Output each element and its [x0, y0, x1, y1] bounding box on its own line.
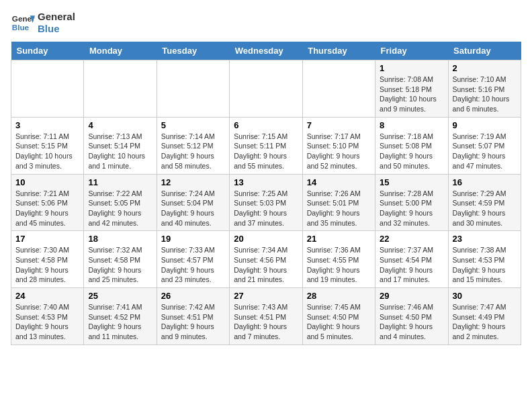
day-cell: 12Sunrise: 7:24 AM Sunset: 5:04 PM Dayli… — [157, 174, 229, 231]
day-number: 1 — [380, 63, 443, 73]
day-number: 13 — [234, 177, 298, 187]
day-number: 18 — [88, 234, 152, 244]
day-number: 29 — [380, 291, 443, 301]
day-number: 27 — [234, 291, 298, 301]
dow-header-monday: Monday — [84, 42, 157, 60]
day-cell: 18Sunrise: 7:32 AM Sunset: 4:58 PM Dayli… — [84, 231, 157, 288]
day-info: Sunrise: 7:42 AM Sunset: 4:51 PM Dayligh… — [161, 302, 225, 342]
day-info: Sunrise: 7:25 AM Sunset: 5:03 PM Dayligh… — [234, 189, 298, 228]
day-info: Sunrise: 7:26 AM Sunset: 5:01 PM Dayligh… — [307, 189, 371, 228]
day-number: 3 — [15, 120, 79, 130]
dow-header-friday: Friday — [375, 42, 448, 60]
day-cell: 26Sunrise: 7:42 AM Sunset: 4:51 PM Dayli… — [157, 288, 229, 345]
day-number: 20 — [234, 234, 298, 244]
day-cell: 11Sunrise: 7:22 AM Sunset: 5:05 PM Dayli… — [84, 174, 157, 231]
dow-header-sunday: Sunday — [11, 42, 84, 60]
week-row-2: 3Sunrise: 7:11 AM Sunset: 5:15 PM Daylig… — [11, 117, 521, 174]
day-number: 30 — [453, 291, 517, 301]
day-number: 4 — [88, 120, 152, 130]
day-number: 24 — [15, 291, 79, 301]
logo-text-general: General — [38, 11, 75, 23]
day-cell — [84, 60, 157, 118]
day-number: 2 — [453, 63, 517, 73]
svg-text:Blue: Blue — [12, 23, 30, 32]
day-cell: 24Sunrise: 7:40 AM Sunset: 4:53 PM Dayli… — [11, 288, 84, 345]
day-cell: 14Sunrise: 7:26 AM Sunset: 5:01 PM Dayli… — [302, 174, 375, 231]
day-number: 28 — [307, 291, 371, 301]
logo-text-blue: Blue — [38, 23, 75, 35]
day-info: Sunrise: 7:10 AM Sunset: 5:16 PM Dayligh… — [453, 75, 517, 114]
day-number: 19 — [161, 234, 225, 244]
header: General Blue General Blue — [11, 11, 521, 35]
day-cell: 10Sunrise: 7:21 AM Sunset: 5:06 PM Dayli… — [11, 174, 84, 231]
day-info: Sunrise: 7:33 AM Sunset: 4:57 PM Dayligh… — [161, 245, 225, 285]
day-cell: 16Sunrise: 7:29 AM Sunset: 4:59 PM Dayli… — [448, 174, 521, 231]
day-cell: 28Sunrise: 7:45 AM Sunset: 4:50 PM Dayli… — [302, 288, 375, 345]
day-cell: 6Sunrise: 7:15 AM Sunset: 5:11 PM Daylig… — [230, 117, 302, 174]
day-info: Sunrise: 7:34 AM Sunset: 4:56 PM Dayligh… — [234, 245, 298, 285]
day-cell: 21Sunrise: 7:36 AM Sunset: 4:55 PM Dayli… — [302, 231, 375, 288]
day-info: Sunrise: 7:45 AM Sunset: 4:50 PM Dayligh… — [307, 302, 371, 342]
day-number: 11 — [88, 177, 152, 187]
dow-header-tuesday: Tuesday — [157, 42, 229, 60]
day-cell: 2Sunrise: 7:10 AM Sunset: 5:16 PM Daylig… — [448, 60, 521, 118]
day-info: Sunrise: 7:47 AM Sunset: 4:49 PM Dayligh… — [453, 302, 517, 342]
day-info: Sunrise: 7:38 AM Sunset: 4:53 PM Dayligh… — [453, 245, 517, 285]
day-info: Sunrise: 7:37 AM Sunset: 4:54 PM Dayligh… — [380, 245, 443, 285]
day-cell: 8Sunrise: 7:18 AM Sunset: 5:08 PM Daylig… — [375, 117, 448, 174]
day-cell: 13Sunrise: 7:25 AM Sunset: 5:03 PM Dayli… — [230, 174, 302, 231]
day-cell: 27Sunrise: 7:43 AM Sunset: 4:51 PM Dayli… — [230, 288, 302, 345]
day-cell: 9Sunrise: 7:19 AM Sunset: 5:07 PM Daylig… — [448, 117, 521, 174]
day-number: 22 — [380, 234, 443, 244]
day-info: Sunrise: 7:08 AM Sunset: 5:18 PM Dayligh… — [380, 75, 443, 114]
day-info: Sunrise: 7:17 AM Sunset: 5:10 PM Dayligh… — [307, 132, 371, 171]
day-cell: 15Sunrise: 7:28 AM Sunset: 5:00 PM Dayli… — [375, 174, 448, 231]
day-number: 21 — [307, 234, 371, 244]
day-number: 9 — [453, 120, 517, 130]
day-info: Sunrise: 7:40 AM Sunset: 4:53 PM Dayligh… — [15, 302, 79, 342]
day-info: Sunrise: 7:30 AM Sunset: 4:58 PM Dayligh… — [15, 245, 79, 285]
day-info: Sunrise: 7:24 AM Sunset: 5:04 PM Dayligh… — [161, 189, 225, 228]
day-info: Sunrise: 7:22 AM Sunset: 5:05 PM Dayligh… — [88, 189, 152, 228]
day-info: Sunrise: 7:18 AM Sunset: 5:08 PM Dayligh… — [380, 132, 443, 171]
logo: General Blue General Blue — [11, 11, 75, 35]
day-info: Sunrise: 7:13 AM Sunset: 5:14 PM Dayligh… — [88, 132, 152, 171]
day-number: 16 — [453, 177, 517, 187]
day-cell: 3Sunrise: 7:11 AM Sunset: 5:15 PM Daylig… — [11, 117, 84, 174]
day-info: Sunrise: 7:46 AM Sunset: 4:50 PM Dayligh… — [380, 302, 443, 342]
day-cell — [157, 60, 229, 118]
day-info: Sunrise: 7:14 AM Sunset: 5:12 PM Dayligh… — [161, 132, 225, 171]
week-row-4: 17Sunrise: 7:30 AM Sunset: 4:58 PM Dayli… — [11, 231, 521, 288]
day-cell: 29Sunrise: 7:46 AM Sunset: 4:50 PM Dayli… — [375, 288, 448, 345]
day-cell: 4Sunrise: 7:13 AM Sunset: 5:14 PM Daylig… — [84, 117, 157, 174]
day-cell: 5Sunrise: 7:14 AM Sunset: 5:12 PM Daylig… — [157, 117, 229, 174]
day-info: Sunrise: 7:41 AM Sunset: 4:52 PM Dayligh… — [88, 302, 152, 342]
dow-header-wednesday: Wednesday — [230, 42, 302, 60]
day-cell: 20Sunrise: 7:34 AM Sunset: 4:56 PM Dayli… — [230, 231, 302, 288]
day-info: Sunrise: 7:29 AM Sunset: 4:59 PM Dayligh… — [453, 189, 517, 228]
day-info: Sunrise: 7:36 AM Sunset: 4:55 PM Dayligh… — [307, 245, 371, 285]
day-cell — [230, 60, 302, 118]
day-info: Sunrise: 7:21 AM Sunset: 5:06 PM Dayligh… — [15, 189, 79, 228]
day-number: 15 — [380, 177, 443, 187]
week-row-3: 10Sunrise: 7:21 AM Sunset: 5:06 PM Dayli… — [11, 174, 521, 231]
day-cell — [302, 60, 375, 118]
day-number: 23 — [453, 234, 517, 244]
day-number: 7 — [307, 120, 371, 130]
logo-icon: General Blue — [11, 11, 35, 35]
day-number: 17 — [15, 234, 79, 244]
day-number: 26 — [161, 291, 225, 301]
day-info: Sunrise: 7:32 AM Sunset: 4:58 PM Dayligh… — [88, 245, 152, 285]
day-number: 12 — [161, 177, 225, 187]
day-info: Sunrise: 7:15 AM Sunset: 5:11 PM Dayligh… — [234, 132, 298, 171]
day-number: 25 — [88, 291, 152, 301]
day-number: 14 — [307, 177, 371, 187]
day-cell: 22Sunrise: 7:37 AM Sunset: 4:54 PM Dayli… — [375, 231, 448, 288]
day-cell: 23Sunrise: 7:38 AM Sunset: 4:53 PM Dayli… — [448, 231, 521, 288]
day-number: 6 — [234, 120, 298, 130]
header-row: SundayMondayTuesdayWednesdayThursdayFrid… — [11, 42, 521, 60]
day-cell: 1Sunrise: 7:08 AM Sunset: 5:18 PM Daylig… — [375, 60, 448, 118]
calendar-table: SundayMondayTuesdayWednesdayThursdayFrid… — [11, 42, 521, 345]
day-cell: 17Sunrise: 7:30 AM Sunset: 4:58 PM Dayli… — [11, 231, 84, 288]
day-cell: 7Sunrise: 7:17 AM Sunset: 5:10 PM Daylig… — [302, 117, 375, 174]
